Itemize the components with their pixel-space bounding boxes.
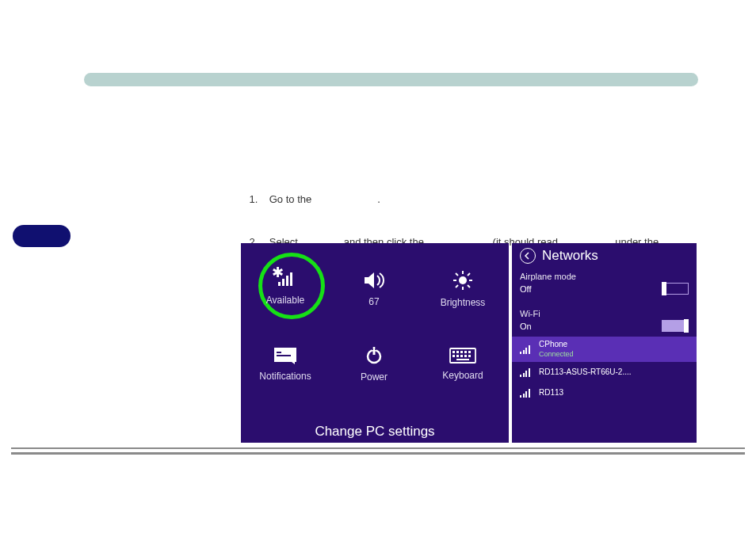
notifications-icon xyxy=(273,347,297,364)
svg-line-5 xyxy=(456,273,458,276)
asterisk-icon: ✱ xyxy=(272,264,284,281)
svg-rect-15 xyxy=(373,347,376,355)
keyboard-icon xyxy=(449,348,476,364)
list-text: Go to the xyxy=(269,193,311,205)
speaker-icon xyxy=(363,271,385,290)
network-item[interactable]: RD113 xyxy=(512,383,697,403)
side-nav-pill xyxy=(13,225,71,247)
footer-rule xyxy=(11,447,745,449)
svg-rect-24 xyxy=(460,355,463,357)
power-tile[interactable]: Power xyxy=(330,326,418,402)
footer-rule xyxy=(11,452,745,455)
svg-rect-27 xyxy=(456,359,469,360)
tile-label: Brightness xyxy=(441,297,486,308)
network-status: Connected xyxy=(539,349,574,359)
header-accent-bar xyxy=(84,73,698,86)
network-item[interactable]: CPhone Connected xyxy=(512,337,697,362)
svg-rect-21 xyxy=(468,351,471,353)
network-name: RD113-ASUS-RT66U-2.... xyxy=(539,367,632,377)
svg-rect-20 xyxy=(464,351,467,353)
settings-charm-panel: ✱ Available 67 xyxy=(241,243,509,443)
tile-label: Power xyxy=(361,371,388,383)
networks-title: Networks xyxy=(542,248,598,264)
svg-line-7 xyxy=(456,285,458,287)
signal-bars-icon xyxy=(520,367,533,377)
svg-rect-17 xyxy=(452,351,455,353)
wifi-state: On xyxy=(520,322,532,331)
brightness-icon xyxy=(452,270,473,291)
signal-bars-icon xyxy=(520,345,533,354)
svg-rect-19 xyxy=(460,351,463,353)
list-text: . xyxy=(377,193,380,205)
power-icon xyxy=(365,346,384,365)
list-num: 1. xyxy=(249,193,258,205)
airplane-mode-toggle[interactable] xyxy=(662,283,689,295)
tile-label: 67 xyxy=(368,296,379,307)
signal-bars-icon xyxy=(520,388,533,398)
tile-label: Notifications xyxy=(259,371,311,382)
network-tile[interactable]: ✱ Available xyxy=(241,251,330,326)
brightness-tile[interactable]: Brightness xyxy=(418,251,507,326)
svg-rect-22 xyxy=(452,355,455,357)
notifications-tile[interactable]: Notifications xyxy=(241,326,330,402)
back-icon[interactable] xyxy=(520,248,536,264)
svg-rect-25 xyxy=(464,355,467,357)
svg-point-0 xyxy=(459,276,467,284)
change-pc-settings-link[interactable]: Change PC settings xyxy=(241,424,509,440)
tile-label: Available xyxy=(266,295,304,306)
wifi-toggle[interactable] xyxy=(662,320,689,332)
network-item[interactable]: RD113-ASUS-RT66U-2.... xyxy=(512,362,697,383)
network-name: CPhone xyxy=(539,340,574,349)
networks-panel: Networks Airplane mode Off Wi-Fi On CPho… xyxy=(512,243,697,443)
svg-line-8 xyxy=(468,273,470,276)
tile-label: Keyboard xyxy=(442,370,483,381)
wifi-label: Wi-Fi xyxy=(512,307,697,318)
svg-line-6 xyxy=(468,285,470,287)
svg-rect-26 xyxy=(468,355,471,357)
volume-tile[interactable]: 67 xyxy=(330,251,418,326)
network-name: RD113 xyxy=(539,388,563,398)
airplane-mode-state: Off xyxy=(520,284,531,294)
airplane-mode-label: Airplane mode xyxy=(512,270,697,281)
svg-rect-18 xyxy=(456,351,459,353)
svg-rect-23 xyxy=(456,355,459,357)
svg-rect-10 xyxy=(277,352,281,353)
keyboard-tile[interactable]: Keyboard xyxy=(418,326,507,402)
svg-rect-11 xyxy=(277,355,291,356)
